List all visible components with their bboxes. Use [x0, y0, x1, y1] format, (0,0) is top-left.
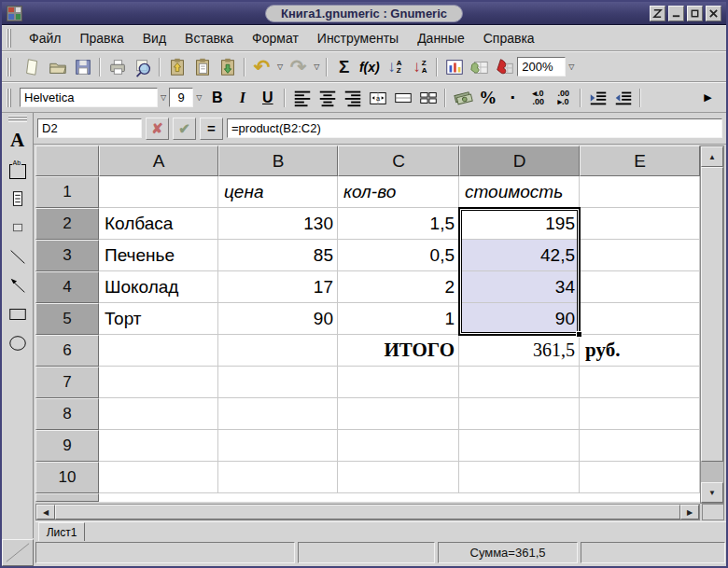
row-header-1[interactable]: 1 [35, 176, 99, 208]
cell-E10[interactable] [580, 462, 700, 493]
cell-C2[interactable]: 1,5 [338, 208, 459, 240]
money-format-button[interactable] [450, 85, 475, 110]
column-header-a[interactable]: A [99, 145, 218, 176]
gnumeric-app-icon[interactable] [7, 6, 22, 21]
cell-B7[interactable] [218, 367, 338, 398]
scroll-down-button[interactable]: ▼ [701, 482, 723, 503]
cell-B8[interactable] [218, 398, 338, 430]
horizontal-scroll-thumb[interactable] [55, 505, 680, 520]
frame-tool-button[interactable]: Ab [5, 157, 30, 182]
cell-E1[interactable] [580, 176, 700, 208]
ellipse-tool-button[interactable] [5, 330, 30, 355]
cell-E7[interactable] [580, 367, 700, 398]
column-header-d[interactable]: D [459, 145, 580, 176]
cell-D2-active[interactable]: 195 [459, 208, 580, 240]
cell-D5[interactable]: 90 [459, 303, 580, 335]
row-header-7[interactable]: 7 [35, 367, 99, 398]
insert-chart-button[interactable] [441, 54, 467, 79]
horizontal-scrollbar[interactable]: ◀ ▶ [35, 504, 700, 520]
cell-C6[interactable]: ИТОГО [338, 335, 459, 367]
accept-button[interactable]: ✔ [173, 118, 196, 140]
undo-button[interactable]: ↶ [249, 54, 274, 79]
scroll-up-button[interactable]: ▲ [701, 146, 723, 167]
cell-A2[interactable]: Колбаса [99, 208, 218, 240]
text-tool-button[interactable]: A [5, 128, 30, 153]
column-header-c[interactable]: C [338, 145, 459, 176]
cell-D1[interactable]: стоимость [459, 176, 580, 208]
row-header-5[interactable]: 5 [35, 303, 99, 335]
zoom-dropdown[interactable]: ▽ [566, 62, 577, 71]
row-header-6[interactable]: 6 [35, 335, 99, 367]
row-header-10[interactable]: 10 [35, 462, 99, 493]
center-across-button[interactable]: a [365, 85, 390, 110]
menu-edit[interactable]: Правка [70, 28, 133, 48]
menu-insert[interactable]: Вставка [175, 28, 243, 48]
insert-shape-button[interactable] [492, 54, 517, 79]
scroll-left-button[interactable]: ◀ [36, 505, 55, 520]
cell-A6[interactable] [99, 335, 218, 367]
status-sum-indicator[interactable]: Сумма=361,5 [438, 542, 578, 563]
open-file-button[interactable] [45, 54, 70, 79]
cell-D9[interactable] [459, 430, 580, 462]
menu-file[interactable]: Файл [20, 28, 70, 48]
cell-D6[interactable]: 361,5 [459, 335, 580, 367]
row-header-2[interactable]: 2 [35, 208, 99, 240]
cell-D7[interactable] [459, 367, 580, 398]
list-tool-button[interactable] [5, 186, 30, 211]
minimize-button[interactable] [668, 6, 684, 21]
menu-tools[interactable]: Инструменты [308, 28, 408, 48]
column-header-e[interactable]: E [580, 145, 700, 176]
copy-button[interactable] [189, 54, 215, 79]
cell-A10[interactable] [99, 462, 218, 493]
cell-E2[interactable] [580, 208, 700, 240]
row-header-8[interactable]: 8 [35, 398, 99, 430]
sort-descending-button[interactable]: ↓ ZA [407, 54, 432, 79]
toolbar-grip[interactable] [8, 116, 27, 122]
font-name-input[interactable] [20, 88, 158, 107]
cell-E5[interactable] [580, 303, 700, 335]
sheet-tab-list1[interactable]: Лист1 [38, 522, 85, 541]
undo-dropdown[interactable]: ▽ [274, 62, 286, 71]
vertical-scroll-thumb[interactable] [701, 167, 723, 462]
font-size-dropdown[interactable]: ▽ [193, 93, 204, 102]
increase-indent-button[interactable] [610, 85, 636, 110]
cell-D8[interactable] [459, 398, 580, 430]
formula-input[interactable] [227, 118, 722, 138]
align-center-button[interactable] [315, 85, 340, 110]
print-preview-button[interactable] [130, 54, 155, 79]
menu-format[interactable]: Формат [243, 28, 308, 48]
cell-E3[interactable] [580, 240, 700, 271]
button-tool-button[interactable] [5, 215, 30, 240]
redo-dropdown[interactable]: ▽ [311, 62, 322, 71]
cell-C7[interactable] [338, 367, 459, 398]
cell-C1[interactable]: кол-во [338, 176, 459, 208]
cell-C5[interactable]: 1 [338, 303, 459, 335]
row-header-4[interactable]: 4 [35, 271, 99, 303]
cell-C3[interactable]: 0,5 [338, 240, 459, 271]
cell-B4[interactable]: 17 [218, 271, 338, 303]
title-bar[interactable]: Книга1.gnumeric : Gnumeric [2, 2, 726, 25]
autosum-button[interactable]: Σ [331, 54, 357, 79]
align-right-button[interactable] [340, 85, 365, 110]
line-tool-button[interactable] [5, 243, 30, 269]
cell-E4[interactable] [580, 271, 700, 303]
thousands-separator-button[interactable]: · [500, 85, 525, 110]
maximize-button[interactable] [687, 6, 703, 21]
cell-E8[interactable] [580, 398, 700, 430]
toolbar-grip[interactable] [7, 89, 12, 107]
row-header-9[interactable]: 9 [35, 430, 99, 462]
close-button[interactable] [706, 6, 721, 21]
bold-button[interactable]: B [204, 85, 230, 110]
cell-E9[interactable] [580, 430, 700, 462]
cell-C9[interactable] [338, 430, 459, 462]
cell-B5[interactable]: 90 [218, 303, 338, 335]
cell-C8[interactable] [338, 398, 459, 430]
cell-A3[interactable]: Печенье [99, 240, 218, 271]
cell-reference-input[interactable] [37, 118, 142, 138]
cell-E6[interactable]: руб. [580, 335, 700, 367]
save-button[interactable] [70, 54, 95, 79]
cancel-button[interactable]: ✘ [146, 118, 169, 140]
cell-A1[interactable] [99, 176, 218, 208]
print-button[interactable] [105, 54, 130, 79]
row-header-11-partial[interactable] [35, 493, 99, 502]
